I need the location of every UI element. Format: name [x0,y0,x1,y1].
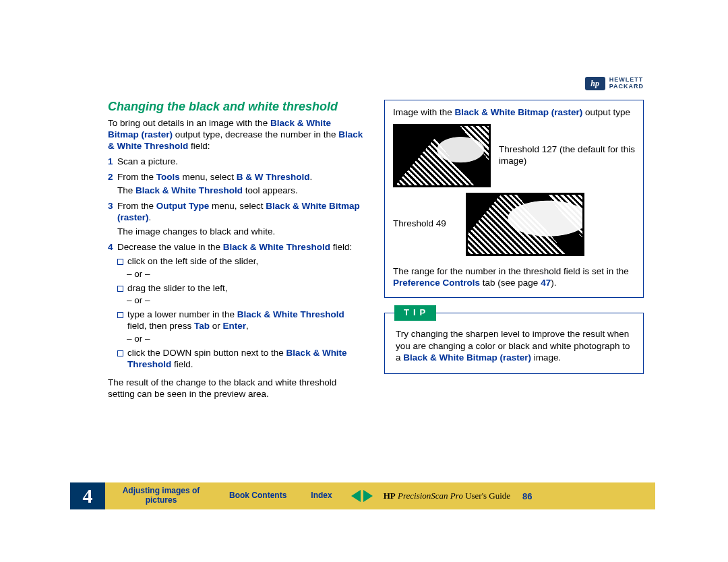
step-3-sub: The image changes to black and white. [117,226,364,238]
step-3: 3 From the Output Type menu, select Blac… [108,201,364,224]
hp-logo: hp HEWLETT PACKARD [585,77,644,90]
footer-yellow-bar: Adjusting images of pictures Book Conten… [105,482,655,509]
example-row-1: Threshold 127 (the default for this imag… [393,124,635,187]
page-number: 86 [510,491,541,501]
hp-logo-wordmark: HEWLETT PACKARD [609,77,644,90]
page-47-link[interactable]: 47 [541,278,551,288]
example-box: Image with the Black & White Bitmap (ras… [384,100,644,298]
or-2: – or – [127,295,364,307]
prev-page-arrow-icon[interactable] [351,490,361,502]
page: hp HEWLETT PACKARD Changing the black an… [0,0,728,562]
step-2: 2 From the Tools menu, select B & W Thre… [108,172,364,183]
step-4: 4 Decrease the value in the Black & Whit… [108,242,364,253]
example-heading: Image with the Black & White Bitmap (ras… [393,107,635,119]
result-text: The result of the change to the black an… [108,377,364,400]
threshold-49-image [466,193,584,256]
square-bullet-icon [117,286,123,292]
content-columns: Changing the black and white threshold T… [108,100,644,400]
example-row-2: Threshold 49 [393,193,635,256]
nav-arrows [344,490,380,502]
bullet-2: drag the slider to the left, [117,283,364,294]
step-1: 1 Scan a picture. [108,156,364,168]
right-column: Image with the Black & White Bitmap (ras… [384,100,644,400]
left-column: Changing the black and white threshold T… [108,100,364,400]
or-1: – or – [127,269,364,280]
threshold-49-label: Threshold 49 [393,218,458,230]
square-bullet-icon [117,312,123,318]
intro-text: To bring out details in an image with th… [108,118,364,152]
threshold-127-label: Threshold 127 (the default for this imag… [499,144,635,167]
tip-label: TIP [394,305,436,321]
threshold-127-image [393,124,491,187]
hp-logo-text: hp [590,79,599,89]
bullet-1: click on the left side of the slider, [117,256,364,268]
square-bullet-icon [117,350,123,356]
range-text: The range for the number in the threshol… [393,266,635,289]
section-title: Changing the black and white threshold [108,100,364,114]
footer-section-link[interactable]: Adjusting images of pictures [105,487,217,505]
book-contents-link[interactable]: Book Contents [217,491,299,501]
square-bullet-icon [117,259,123,265]
index-link[interactable]: Index [299,491,344,501]
chapter-number: 4 [70,482,105,509]
bullet-3: type a lower number in the Black & White… [117,309,364,332]
or-3: – or – [127,334,364,345]
step-2-sub: The Black & White Threshold tool appears… [117,185,364,197]
tip-box: TIP Try changing the sharpen level to im… [384,313,644,374]
next-page-arrow-icon[interactable] [363,490,373,502]
footer-bar: 4 Adjusting images of pictures Book Cont… [70,482,655,509]
hp-logo-mark: hp [585,77,605,90]
bullet-4: click the DOWN spin button next to the B… [117,348,364,371]
guide-title: HP PrecisionScan Pro User's Guide [380,491,510,501]
